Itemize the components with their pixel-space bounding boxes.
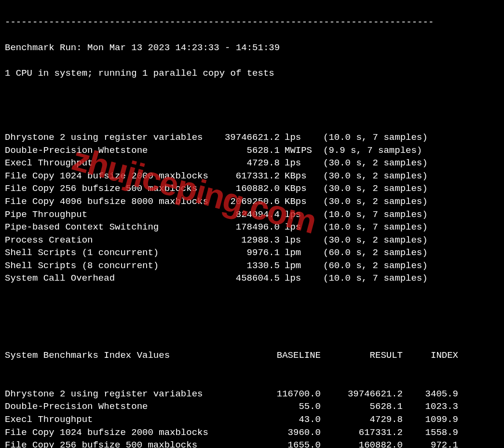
test-row: Process Creation12988.3lps(30.0 s, 2 sam… — [5, 234, 499, 247]
test-unit: lps — [280, 221, 318, 234]
test-row: Shell Scripts (8 concurrent)1330.5lpm(60… — [5, 259, 499, 272]
index-result: 39746621.2 — [321, 388, 403, 401]
index-header-row: System Benchmarks Index Values BASELINE … — [5, 349, 499, 362]
test-row: File Copy 1024 bufsize 2000 maxblocks617… — [5, 170, 499, 183]
test-unit: lpm — [280, 246, 318, 259]
index-name: Dhrystone 2 using register variables — [5, 388, 212, 401]
test-unit: KBps — [280, 195, 318, 208]
test-row: Double-Precision Whetstone5628.1MWIPS(9.… — [5, 144, 499, 157]
index-header-index: INDEX — [403, 349, 458, 362]
benchmark-run-line: Benchmark Run: Mon Mar 13 2023 14:23:33 … — [5, 41, 499, 54]
test-duration: (60.0 s, 2 samples) — [318, 246, 428, 259]
index-header-result: RESULT — [321, 349, 403, 362]
test-unit: lpm — [280, 259, 318, 272]
index-baseline: 43.0 — [212, 413, 321, 426]
test-duration: (10.0 s, 7 samples) — [318, 208, 428, 221]
test-value: 1330.5 — [212, 259, 280, 272]
test-value: 458604.5 — [212, 272, 280, 285]
index-header-name: System Benchmarks Index Values — [5, 349, 212, 362]
test-name: System Call Overhead — [5, 272, 212, 285]
index-name: Execl Throughput — [5, 413, 212, 426]
index-name: Double-Precision Whetstone — [5, 400, 212, 413]
test-unit: lps — [280, 157, 318, 170]
test-name: Execl Throughput — [5, 157, 212, 170]
index-baseline: 3960.0 — [212, 426, 321, 439]
test-row: File Copy 256 bufsize 500 maxblocks16088… — [5, 182, 499, 195]
test-unit: KBps — [280, 170, 318, 183]
index-values-block: Dhrystone 2 using register variables1167… — [5, 388, 499, 448]
test-value: 12988.3 — [212, 234, 280, 247]
cpu-info-line: 1 CPU in system; running 1 parallel copy… — [5, 67, 499, 80]
index-row: File Copy 1024 bufsize 2000 maxblocks396… — [5, 426, 499, 439]
test-row: Dhrystone 2 using register variables3974… — [5, 131, 499, 144]
test-duration: (10.0 s, 7 samples) — [318, 272, 428, 285]
index-row: Double-Precision Whetstone55.05628.11023… — [5, 400, 499, 413]
index-value: 1558.9 — [403, 426, 458, 439]
test-duration: (30.0 s, 2 samples) — [318, 157, 428, 170]
index-baseline: 116700.0 — [212, 388, 321, 401]
test-name: Shell Scripts (1 concurrent) — [5, 246, 212, 259]
test-results-block: Dhrystone 2 using register variables3974… — [5, 131, 499, 285]
index-baseline: 55.0 — [212, 400, 321, 413]
test-unit: lps — [280, 208, 318, 221]
test-row: Execl Throughput4729.8lps(30.0 s, 2 samp… — [5, 157, 499, 170]
test-value: 178496.0 — [212, 221, 280, 234]
test-duration: (60.0 s, 2 samples) — [318, 259, 428, 272]
test-value: 160882.0 — [212, 182, 280, 195]
index-result: 617331.2 — [321, 426, 403, 439]
test-name: Double-Precision Whetstone — [5, 144, 212, 157]
test-value: 9976.1 — [212, 246, 280, 259]
blank-line — [5, 311, 499, 324]
test-duration: (9.9 s, 7 samples) — [318, 144, 422, 157]
test-name: File Copy 1024 bufsize 2000 maxblocks — [5, 170, 212, 183]
test-row: Pipe Throughput824094.4lps(10.0 s, 7 sam… — [5, 208, 499, 221]
index-result: 160882.0 — [321, 439, 403, 448]
index-row: Execl Throughput43.04729.81099.9 — [5, 413, 499, 426]
test-name: File Copy 4096 bufsize 8000 maxblocks — [5, 195, 212, 208]
test-name: File Copy 256 bufsize 500 maxblocks — [5, 182, 212, 195]
index-name: File Copy 1024 bufsize 2000 maxblocks — [5, 426, 212, 439]
test-unit: lps — [280, 131, 318, 144]
test-value: 39746621.2 — [212, 131, 280, 144]
index-result: 5628.1 — [321, 400, 403, 413]
test-duration: (10.0 s, 7 samples) — [318, 131, 428, 144]
test-value: 4729.8 — [212, 157, 280, 170]
index-value: 1099.9 — [403, 413, 458, 426]
test-name: Process Creation — [5, 234, 212, 247]
test-duration: (30.0 s, 2 samples) — [318, 182, 428, 195]
separator-line: ----------------------------------------… — [5, 16, 499, 29]
test-name: Pipe-based Context Switching — [5, 221, 212, 234]
index-result: 4729.8 — [321, 413, 403, 426]
test-unit: KBps — [280, 182, 318, 195]
index-baseline: 1655.0 — [212, 439, 321, 448]
test-name: Pipe Throughput — [5, 208, 212, 221]
test-row: File Copy 4096 bufsize 8000 maxblocks206… — [5, 195, 499, 208]
test-duration: (30.0 s, 2 samples) — [318, 195, 428, 208]
test-name: Shell Scripts (8 concurrent) — [5, 259, 212, 272]
test-row: System Call Overhead458604.5lps(10.0 s, … — [5, 272, 499, 285]
test-value: 617331.2 — [212, 170, 280, 183]
test-value: 5628.1 — [212, 144, 280, 157]
test-duration: (30.0 s, 2 samples) — [318, 234, 428, 247]
blank-line — [5, 93, 499, 106]
test-name: Dhrystone 2 using register variables — [5, 131, 212, 144]
index-header-baseline: BASELINE — [212, 349, 321, 362]
index-value: 972.1 — [403, 439, 458, 448]
index-value: 1023.3 — [403, 400, 458, 413]
test-value: 2069250.6 — [212, 195, 280, 208]
index-name: File Copy 256 bufsize 500 maxblocks — [5, 439, 212, 448]
test-unit: lps — [280, 272, 318, 285]
test-row: Pipe-based Context Switching178496.0lps(… — [5, 221, 499, 234]
test-row: Shell Scripts (1 concurrent)9976.1lpm(60… — [5, 246, 499, 259]
test-unit: lps — [280, 234, 318, 247]
test-duration: (30.0 s, 2 samples) — [318, 170, 428, 183]
index-row: Dhrystone 2 using register variables1167… — [5, 388, 499, 401]
index-row: File Copy 256 bufsize 500 maxblocks1655.… — [5, 439, 499, 448]
test-value: 824094.4 — [212, 208, 280, 221]
test-unit: MWIPS — [280, 144, 318, 157]
terminal-output: ----------------------------------------… — [0, 0, 504, 448]
test-duration: (10.0 s, 7 samples) — [318, 221, 428, 234]
index-value: 3405.9 — [403, 388, 458, 401]
